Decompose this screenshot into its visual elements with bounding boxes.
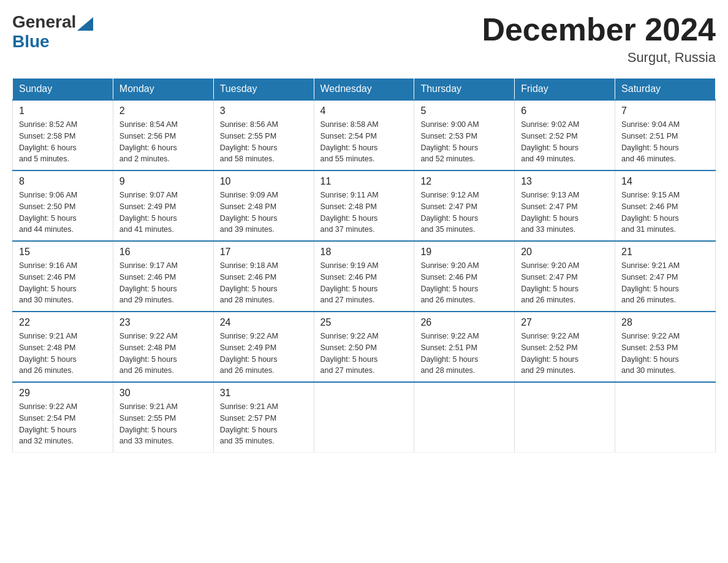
calendar-cell: 10Sunrise: 9:09 AMSunset: 2:48 PMDayligh… — [213, 170, 314, 241]
day-info: Sunrise: 8:56 AMSunset: 2:55 PMDaylight:… — [220, 119, 308, 165]
title-block: December 2024 Surgut, Russia — [482, 12, 716, 66]
page-header: General Blue December 2024 Surgut, Russi… — [12, 12, 716, 66]
day-number: 24 — [220, 317, 308, 328]
calendar-cell: 20Sunrise: 9:20 AMSunset: 2:47 PMDayligh… — [515, 241, 615, 312]
day-info: Sunrise: 9:11 AMSunset: 2:48 PMDaylight:… — [320, 190, 408, 236]
calendar-header-wednesday: Wednesday — [314, 79, 414, 101]
calendar-cell: 5Sunrise: 9:00 AMSunset: 2:53 PMDaylight… — [414, 100, 515, 170]
calendar-week-row: 29Sunrise: 9:22 AMSunset: 2:54 PMDayligh… — [13, 382, 716, 453]
day-info: Sunrise: 9:21 AMSunset: 2:57 PMDaylight:… — [220, 401, 308, 447]
day-info: Sunrise: 9:22 AMSunset: 2:52 PMDaylight:… — [521, 331, 609, 377]
calendar-table: SundayMondayTuesdayWednesdayThursdayFrid… — [12, 78, 716, 453]
day-info: Sunrise: 9:00 AMSunset: 2:53 PMDaylight:… — [420, 119, 508, 165]
day-info: Sunrise: 9:02 AMSunset: 2:52 PMDaylight:… — [521, 119, 609, 165]
day-info: Sunrise: 9:22 AMSunset: 2:51 PMDaylight:… — [420, 331, 508, 377]
calendar-cell: 18Sunrise: 9:19 AMSunset: 2:46 PMDayligh… — [314, 241, 414, 312]
calendar-cell: 16Sunrise: 9:17 AMSunset: 2:46 PMDayligh… — [113, 241, 213, 312]
calendar-cell: 13Sunrise: 9:13 AMSunset: 2:47 PMDayligh… — [515, 170, 615, 241]
calendar-cell: 23Sunrise: 9:22 AMSunset: 2:48 PMDayligh… — [113, 312, 213, 382]
day-number: 13 — [521, 176, 609, 187]
calendar-header-saturday: Saturday — [615, 79, 716, 101]
calendar-cell: 1Sunrise: 8:52 AMSunset: 2:58 PMDaylight… — [13, 100, 113, 170]
calendar-cell — [314, 382, 414, 453]
calendar-cell: 28Sunrise: 9:22 AMSunset: 2:53 PMDayligh… — [615, 312, 716, 382]
calendar-week-row: 8Sunrise: 9:06 AMSunset: 2:50 PMDaylight… — [13, 170, 716, 241]
day-number: 2 — [119, 105, 207, 117]
day-number: 31 — [220, 388, 308, 399]
calendar-cell: 30Sunrise: 9:21 AMSunset: 2:55 PMDayligh… — [113, 382, 213, 453]
svg-marker-0 — [77, 17, 93, 31]
day-number: 28 — [621, 317, 709, 328]
calendar-week-row: 15Sunrise: 9:16 AMSunset: 2:46 PMDayligh… — [13, 241, 716, 312]
day-info: Sunrise: 9:21 AMSunset: 2:48 PMDaylight:… — [19, 331, 107, 377]
day-number: 10 — [220, 176, 308, 187]
day-number: 17 — [220, 247, 308, 258]
calendar-cell: 27Sunrise: 9:22 AMSunset: 2:52 PMDayligh… — [515, 312, 615, 382]
day-info: Sunrise: 9:20 AMSunset: 2:46 PMDaylight:… — [420, 260, 508, 306]
day-info: Sunrise: 9:21 AMSunset: 2:55 PMDaylight:… — [119, 401, 207, 447]
calendar-cell — [414, 382, 515, 453]
day-number: 21 — [621, 247, 709, 258]
day-number: 26 — [420, 317, 508, 328]
calendar-cell: 19Sunrise: 9:20 AMSunset: 2:46 PMDayligh… — [414, 241, 515, 312]
logo-triangle-icon — [77, 17, 93, 31]
day-info: Sunrise: 9:21 AMSunset: 2:47 PMDaylight:… — [621, 260, 709, 306]
calendar-cell: 12Sunrise: 9:12 AMSunset: 2:47 PMDayligh… — [414, 170, 515, 241]
day-number: 4 — [320, 105, 408, 117]
calendar-week-row: 1Sunrise: 8:52 AMSunset: 2:58 PMDaylight… — [13, 100, 716, 170]
calendar-header-friday: Friday — [515, 79, 615, 101]
calendar-header-monday: Monday — [113, 79, 213, 101]
calendar-cell — [515, 382, 615, 453]
calendar-cell: 24Sunrise: 9:22 AMSunset: 2:49 PMDayligh… — [213, 312, 314, 382]
day-number: 8 — [19, 176, 107, 187]
day-number: 30 — [119, 388, 207, 399]
day-number: 6 — [521, 105, 609, 117]
calendar-cell: 26Sunrise: 9:22 AMSunset: 2:51 PMDayligh… — [414, 312, 515, 382]
day-number: 25 — [320, 317, 408, 328]
day-number: 1 — [19, 105, 107, 117]
day-number: 19 — [420, 247, 508, 258]
day-number: 3 — [220, 105, 308, 117]
day-info: Sunrise: 9:22 AMSunset: 2:53 PMDaylight:… — [621, 331, 709, 377]
day-info: Sunrise: 8:54 AMSunset: 2:56 PMDaylight:… — [119, 119, 207, 165]
day-info: Sunrise: 8:58 AMSunset: 2:54 PMDaylight:… — [320, 119, 408, 165]
calendar-header-row: SundayMondayTuesdayWednesdayThursdayFrid… — [13, 79, 716, 101]
calendar-week-row: 22Sunrise: 9:21 AMSunset: 2:48 PMDayligh… — [13, 312, 716, 382]
day-info: Sunrise: 9:19 AMSunset: 2:46 PMDaylight:… — [320, 260, 408, 306]
day-number: 11 — [320, 176, 408, 187]
day-number: 20 — [521, 247, 609, 258]
day-info: Sunrise: 9:17 AMSunset: 2:46 PMDaylight:… — [119, 260, 207, 306]
day-info: Sunrise: 8:52 AMSunset: 2:58 PMDaylight:… — [19, 119, 107, 165]
day-info: Sunrise: 9:15 AMSunset: 2:46 PMDaylight:… — [621, 190, 709, 236]
calendar-cell: 14Sunrise: 9:15 AMSunset: 2:46 PMDayligh… — [615, 170, 716, 241]
day-info: Sunrise: 9:22 AMSunset: 2:54 PMDaylight:… — [19, 401, 107, 447]
calendar-cell — [615, 382, 716, 453]
day-info: Sunrise: 9:07 AMSunset: 2:49 PMDaylight:… — [119, 190, 207, 236]
day-number: 7 — [621, 105, 709, 117]
calendar-cell: 6Sunrise: 9:02 AMSunset: 2:52 PMDaylight… — [515, 100, 615, 170]
calendar-header-tuesday: Tuesday — [213, 79, 314, 101]
day-info: Sunrise: 9:06 AMSunset: 2:50 PMDaylight:… — [19, 190, 107, 236]
day-number: 16 — [119, 247, 207, 258]
day-number: 12 — [420, 176, 508, 187]
calendar-cell: 25Sunrise: 9:22 AMSunset: 2:50 PMDayligh… — [314, 312, 414, 382]
day-number: 5 — [420, 105, 508, 117]
day-info: Sunrise: 9:12 AMSunset: 2:47 PMDaylight:… — [420, 190, 508, 236]
calendar-header-sunday: Sunday — [13, 79, 113, 101]
logo-text-general: General — [12, 12, 76, 32]
day-number: 14 — [621, 176, 709, 187]
calendar-cell: 4Sunrise: 8:58 AMSunset: 2:54 PMDaylight… — [314, 100, 414, 170]
day-info: Sunrise: 9:22 AMSunset: 2:50 PMDaylight:… — [320, 331, 408, 377]
calendar-title: December 2024 — [482, 12, 716, 47]
calendar-cell: 22Sunrise: 9:21 AMSunset: 2:48 PMDayligh… — [13, 312, 113, 382]
day-number: 27 — [521, 317, 609, 328]
calendar-cell: 7Sunrise: 9:04 AMSunset: 2:51 PMDaylight… — [615, 100, 716, 170]
calendar-cell: 17Sunrise: 9:18 AMSunset: 2:46 PMDayligh… — [213, 241, 314, 312]
day-number: 22 — [19, 317, 107, 328]
day-info: Sunrise: 9:18 AMSunset: 2:46 PMDaylight:… — [220, 260, 308, 306]
calendar-subtitle: Surgut, Russia — [482, 50, 716, 66]
day-info: Sunrise: 9:04 AMSunset: 2:51 PMDaylight:… — [621, 119, 709, 165]
day-info: Sunrise: 9:22 AMSunset: 2:49 PMDaylight:… — [220, 331, 308, 377]
calendar-cell: 21Sunrise: 9:21 AMSunset: 2:47 PMDayligh… — [615, 241, 716, 312]
day-number: 18 — [320, 247, 408, 258]
